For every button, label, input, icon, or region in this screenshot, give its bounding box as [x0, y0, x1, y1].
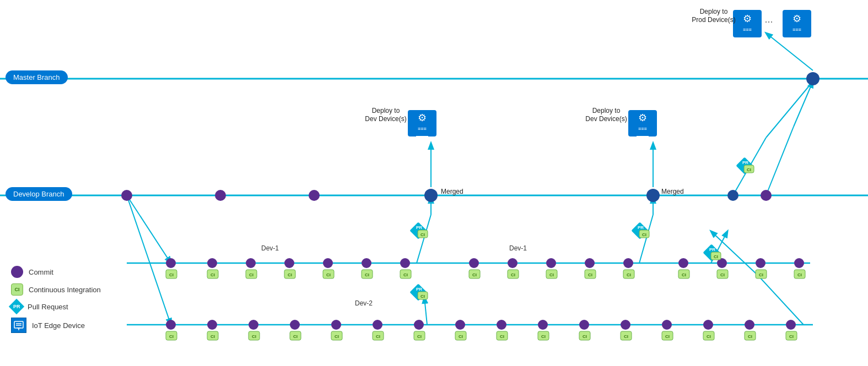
svg-text:CI: CI — [417, 334, 422, 339]
svg-point-30 — [207, 258, 217, 268]
svg-point-28 — [806, 72, 820, 85]
develop-branch-label: Develop Branch — [6, 187, 72, 201]
commit-icon — [11, 266, 23, 278]
svg-point-43 — [756, 258, 765, 268]
svg-text:CI: CI — [472, 272, 477, 277]
commit-label: Commit — [29, 268, 53, 276]
diagram: CI CI CI CI CI CI CI CI CI CI CI CI CI C… — [0, 0, 868, 366]
svg-text:CI: CI — [714, 254, 718, 259]
svg-point-29 — [166, 258, 176, 268]
svg-text:≡≡≡: ≡≡≡ — [792, 27, 801, 32]
svg-line-20 — [766, 81, 813, 138]
svg-point-57 — [662, 320, 672, 330]
svg-point-52 — [455, 320, 465, 330]
svg-text:Dev-1: Dev-1 — [509, 244, 527, 252]
svg-text:CI: CI — [293, 334, 298, 339]
svg-point-45 — [166, 320, 176, 330]
svg-text:CI: CI — [511, 272, 515, 277]
svg-text:CI: CI — [797, 272, 802, 277]
svg-point-41 — [678, 258, 688, 268]
svg-text:CI: CI — [326, 272, 331, 277]
svg-point-33 — [323, 258, 333, 268]
svg-text:Merged: Merged — [661, 188, 684, 195]
svg-line-5 — [127, 195, 171, 325]
svg-text:CI: CI — [252, 334, 256, 339]
svg-text:CI: CI — [747, 167, 751, 172]
iot-icon — [11, 318, 26, 333]
svg-text:≡≡≡: ≡≡≡ — [638, 126, 647, 132]
svg-text:CI: CI — [642, 232, 646, 237]
svg-point-35 — [400, 258, 410, 268]
svg-text:CI: CI — [583, 334, 587, 339]
svg-text:CI: CI — [420, 232, 425, 237]
svg-text:PR: PR — [709, 247, 715, 252]
svg-text:CI: CI — [549, 272, 554, 277]
svg-point-44 — [794, 258, 804, 268]
svg-text:CI: CI — [249, 272, 254, 277]
svg-text:CI: CI — [459, 334, 463, 339]
svg-text:PR: PR — [638, 225, 644, 230]
svg-text:CI: CI — [541, 334, 546, 339]
master-branch-label: Master Branch — [6, 70, 68, 84]
svg-text:CI: CI — [365, 272, 369, 277]
svg-text:Dev-1: Dev-1 — [261, 244, 279, 252]
svg-point-59 — [745, 320, 754, 330]
svg-point-58 — [703, 320, 713, 330]
ci-icon: CI — [11, 283, 23, 296]
legend-commit: Commit — [11, 266, 101, 278]
svg-point-24 — [424, 189, 438, 202]
svg-line-6 — [417, 215, 431, 263]
svg-text:Dev-2: Dev-2 — [355, 299, 373, 307]
svg-text:Dev Device(s): Dev Device(s) — [365, 115, 406, 123]
svg-text:···: ··· — [764, 16, 773, 27]
svg-point-47 — [249, 320, 258, 330]
svg-rect-171 — [14, 321, 23, 328]
svg-text:Deploy to: Deploy to — [592, 107, 621, 114]
svg-point-55 — [579, 320, 589, 330]
svg-point-23 — [309, 190, 320, 201]
svg-text:CI: CI — [627, 272, 631, 277]
legend: Commit CI Continuous Integration PR Pull… — [11, 266, 101, 333]
svg-point-48 — [290, 320, 300, 330]
svg-text:≡≡≡: ≡≡≡ — [743, 27, 752, 32]
svg-text:⚙: ⚙ — [418, 112, 427, 123]
svg-text:CI: CI — [588, 272, 592, 277]
svg-point-50 — [373, 320, 382, 330]
svg-text:⚙: ⚙ — [638, 112, 647, 123]
pr-icon: PR — [9, 299, 24, 314]
svg-text:CI: CI — [624, 334, 628, 339]
svg-text:PR: PR — [742, 160, 748, 165]
svg-point-26 — [727, 190, 738, 201]
svg-text:CI: CI — [376, 334, 380, 339]
svg-text:PR: PR — [416, 287, 422, 292]
svg-point-22 — [215, 190, 226, 201]
svg-text:CI: CI — [682, 272, 686, 277]
svg-point-34 — [362, 258, 371, 268]
svg-text:CI: CI — [748, 334, 752, 339]
svg-text:CI: CI — [500, 334, 504, 339]
svg-text:⚙: ⚙ — [792, 13, 801, 24]
svg-text:Prod Device(s): Prod Device(s) — [692, 16, 735, 24]
svg-point-54 — [538, 320, 548, 330]
svg-text:CI: CI — [288, 272, 292, 277]
svg-line-8 — [424, 297, 427, 325]
svg-text:⚙: ⚙ — [743, 13, 752, 24]
svg-point-49 — [331, 320, 341, 330]
svg-point-31 — [246, 258, 256, 268]
legend-pr: PR Pull Request — [11, 301, 101, 312]
svg-text:CI: CI — [169, 272, 174, 277]
svg-point-51 — [414, 320, 424, 330]
svg-text:Deploy to: Deploy to — [372, 107, 400, 114]
svg-text:CI: CI — [759, 272, 763, 277]
svg-text:Dev Device(s): Dev Device(s) — [585, 115, 627, 123]
svg-line-16 — [766, 127, 794, 195]
svg-text:CI: CI — [707, 334, 711, 339]
svg-text:≡≡≡: ≡≡≡ — [418, 126, 427, 132]
svg-line-17 — [794, 81, 813, 127]
svg-line-4 — [127, 195, 171, 263]
svg-text:CI: CI — [789, 334, 794, 339]
svg-point-25 — [646, 189, 660, 202]
svg-point-36 — [469, 258, 479, 268]
svg-text:CI: CI — [335, 334, 339, 339]
svg-point-39 — [585, 258, 595, 268]
